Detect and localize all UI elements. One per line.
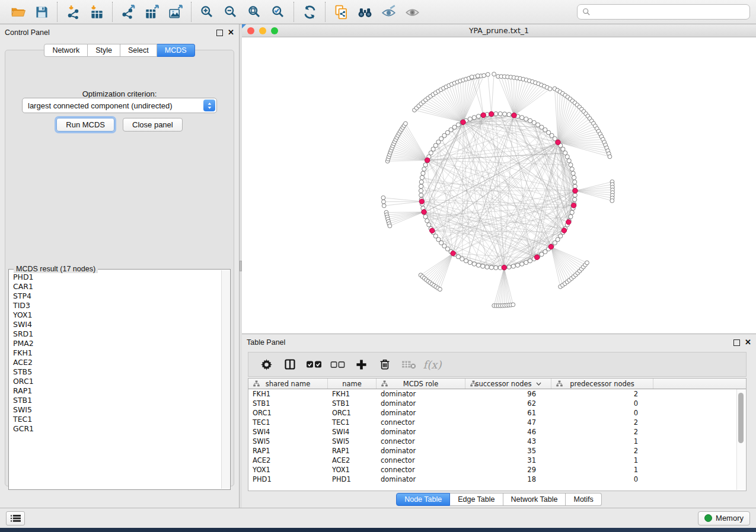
cell-successor_nodes[interactable]: 47 bbox=[465, 418, 551, 427]
network-node[interactable] bbox=[511, 264, 515, 268]
leaf-node[interactable] bbox=[492, 72, 496, 76]
column-header-successor-nodes[interactable]: successor nodes bbox=[465, 379, 551, 389]
mcds-result-item[interactable]: SWI5 bbox=[9, 405, 222, 415]
network-node[interactable] bbox=[569, 214, 573, 219]
cell-shared_name[interactable]: SWI4 bbox=[248, 427, 328, 437]
network-node[interactable] bbox=[419, 184, 423, 188]
leaf-node[interactable] bbox=[585, 261, 589, 265]
zoom-in-button[interactable] bbox=[195, 2, 219, 21]
network-node[interactable] bbox=[421, 171, 425, 175]
cell-mcds_role[interactable]: connector bbox=[377, 418, 465, 427]
cell-successor_nodes[interactable]: 29 bbox=[465, 465, 551, 475]
leaf-node[interactable] bbox=[476, 74, 480, 78]
tab-network[interactable]: Network bbox=[44, 44, 88, 57]
network-node[interactable] bbox=[572, 175, 576, 180]
network-node[interactable] bbox=[489, 265, 493, 270]
zoom-out-button[interactable] bbox=[219, 2, 243, 21]
tab-motifs[interactable]: Motifs bbox=[566, 493, 601, 506]
split-columns-button[interactable] bbox=[279, 354, 301, 374]
network-node[interactable] bbox=[524, 117, 528, 121]
mcds-node[interactable] bbox=[562, 228, 566, 233]
mcds-node[interactable] bbox=[534, 255, 539, 259]
cell-predecessor_nodes[interactable]: 0 bbox=[551, 399, 653, 408]
network-node[interactable] bbox=[503, 112, 507, 116]
column-header-name[interactable]: name bbox=[328, 379, 377, 389]
network-node[interactable] bbox=[528, 259, 532, 263]
leaf-node[interactable] bbox=[388, 224, 392, 228]
find-button[interactable] bbox=[353, 2, 377, 21]
mcds-node[interactable] bbox=[556, 140, 560, 145]
cell-mcds_role[interactable]: dominator bbox=[377, 399, 465, 408]
open-session-button[interactable] bbox=[6, 2, 30, 21]
cell-name[interactable]: FKH1 bbox=[328, 389, 377, 399]
settings-button[interactable] bbox=[256, 354, 277, 374]
cell-predecessor_nodes[interactable]: 0 bbox=[551, 408, 653, 418]
network-node[interactable] bbox=[423, 163, 428, 167]
mcds-node[interactable] bbox=[419, 199, 424, 204]
mcds-result-item[interactable]: YOX1 bbox=[9, 310, 222, 320]
table-row-RAP1[interactable]: RAP1RAP1dominator352 bbox=[248, 446, 746, 456]
cell-successor_nodes[interactable]: 31 bbox=[465, 456, 551, 465]
table-row-PHD1[interactable]: PHD1PHD1dominator180 bbox=[248, 475, 746, 484]
network-node[interactable] bbox=[520, 116, 524, 120]
delete-column-button[interactable] bbox=[374, 354, 395, 374]
cell-mcds_role[interactable]: connector bbox=[377, 437, 465, 446]
mcds-result-item[interactable]: SRD1 bbox=[9, 329, 222, 339]
cell-shared_name[interactable]: PHD1 bbox=[248, 475, 328, 484]
show-all-button[interactable] bbox=[400, 2, 424, 21]
cell-successor_nodes[interactable]: 46 bbox=[465, 427, 551, 437]
network-node[interactable] bbox=[472, 116, 476, 120]
network-node[interactable] bbox=[468, 117, 472, 121]
network-node[interactable] bbox=[425, 219, 429, 223]
search-input[interactable] bbox=[594, 7, 745, 17]
leaf-node[interactable] bbox=[548, 87, 552, 91]
mcds-result-item[interactable]: PMA2 bbox=[9, 339, 222, 348]
mcds-result-item[interactable]: CAR1 bbox=[9, 282, 222, 291]
refresh-layout-button[interactable] bbox=[298, 2, 321, 21]
network-node[interactable] bbox=[532, 120, 536, 124]
leaf-node[interactable] bbox=[470, 75, 474, 79]
clone-network-button[interactable] bbox=[329, 2, 353, 21]
network-canvas[interactable] bbox=[242, 37, 756, 334]
mcds-result-scrollbar[interactable] bbox=[221, 270, 229, 489]
mcds-node[interactable] bbox=[502, 265, 506, 270]
mcds-result-item[interactable]: TID3 bbox=[9, 301, 222, 310]
run-mcds-button[interactable]: Run MCDS bbox=[56, 118, 114, 132]
cell-name[interactable]: SWI5 bbox=[328, 437, 377, 446]
cell-successor_nodes[interactable]: 61 bbox=[465, 408, 551, 418]
cell-shared_name[interactable]: TEC1 bbox=[248, 418, 328, 427]
mcds-result-item[interactable]: STB1 bbox=[9, 396, 222, 405]
cell-successor_nodes[interactable]: 35 bbox=[465, 446, 551, 456]
cell-name[interactable]: STB1 bbox=[328, 399, 377, 408]
table-row-ACE2[interactable]: ACE2ACE2connector311 bbox=[248, 456, 746, 465]
table-row-SWI4[interactable]: SWI4SWI4dominator462 bbox=[248, 427, 746, 437]
tab-style[interactable]: Style bbox=[88, 44, 120, 57]
mcds-node[interactable] bbox=[512, 113, 516, 118]
network-node[interactable] bbox=[422, 167, 426, 171]
network-node[interactable] bbox=[481, 264, 485, 268]
network-node[interactable] bbox=[472, 262, 476, 266]
tab-edge-table[interactable]: Edge Table bbox=[450, 493, 503, 506]
cell-name[interactable]: ACE2 bbox=[328, 456, 377, 465]
cell-successor_nodes[interactable]: 62 bbox=[465, 399, 551, 408]
mcds-result-item[interactable]: STB5 bbox=[9, 367, 222, 377]
cell-shared_name[interactable]: STB1 bbox=[248, 399, 328, 408]
network-node[interactable] bbox=[419, 193, 423, 197]
table-row-FKH1[interactable]: FKH1FKH1dominator962 bbox=[248, 389, 746, 399]
mcds-result-item[interactable]: STP4 bbox=[9, 291, 222, 301]
cell-name[interactable]: YOX1 bbox=[328, 465, 377, 475]
network-node[interactable] bbox=[524, 261, 528, 265]
import-table-button[interactable] bbox=[85, 2, 109, 21]
cell-mcds_role[interactable]: dominator bbox=[377, 408, 465, 418]
mcds-result-item[interactable]: TEC1 bbox=[9, 415, 222, 424]
network-node[interactable] bbox=[476, 263, 480, 267]
show-panels-button[interactable] bbox=[6, 511, 25, 525]
mcds-result-item[interactable]: FKH1 bbox=[9, 348, 222, 358]
cell-predecessor_nodes[interactable]: 2 bbox=[551, 418, 653, 427]
cell-predecessor_nodes[interactable]: 1 bbox=[551, 456, 653, 465]
leaf-node[interactable] bbox=[608, 155, 612, 159]
export-network-button[interactable] bbox=[116, 2, 140, 21]
add-column-button[interactable] bbox=[350, 354, 372, 374]
select-all-checks-button[interactable] bbox=[303, 354, 324, 374]
network-node[interactable] bbox=[507, 113, 511, 117]
